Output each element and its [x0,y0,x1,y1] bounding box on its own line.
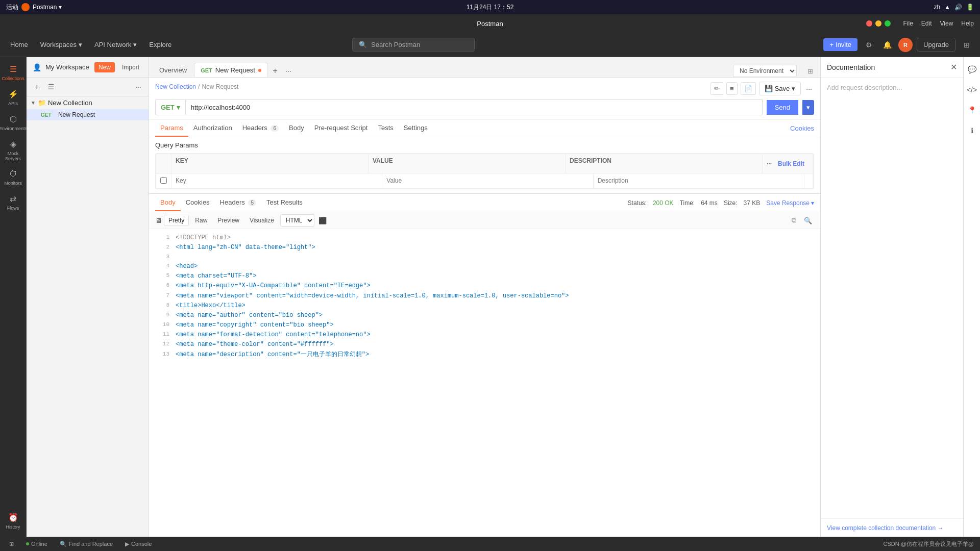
edit-button[interactable]: ✏ [710,82,723,95]
collection-header[interactable]: ▼ 📁 New Collection [27,96,149,109]
description-button[interactable]: ≡ [726,82,738,95]
bulk-edit-button[interactable]: Bulk Edit [774,157,808,170]
tab-body[interactable]: Body [284,120,309,137]
upgrade-button[interactable]: Upgrade [917,38,955,52]
search-placeholder: Search Postman [371,41,420,48]
sidebar-item-history[interactable]: ⏰ History [3,510,23,533]
tab-overview[interactable]: Overview [153,63,193,77]
os-wifi-icon: ▲ [944,4,950,11]
sidebar-item-monitors[interactable]: ⏱ Monitors [3,166,23,189]
params-desc-cell[interactable] [594,174,804,188]
save-icon: 💾 [765,85,773,92]
sidebar-item-apis[interactable]: ⚡ APIs [3,86,23,109]
breadcrumb-collection[interactable]: New Collection [155,83,196,90]
save-button[interactable]: 💾 Save ▾ [759,82,801,95]
panel-icon-location[interactable]: 📍 [964,102,980,118]
layout-toggle[interactable]: ⊞ [6,540,17,548]
tab-headers[interactable]: Headers 6 [237,120,284,137]
right-side-panels: Documentation ✕ Add request description.… [820,57,980,537]
find-replace-btn[interactable]: 🔍 Find and Replace [57,540,116,548]
docs-button[interactable]: 📄 [741,82,756,95]
resp-copy-button[interactable]: ⧉ [788,214,800,227]
sidebar-item-mock-servers[interactable]: ◈ Mock Servers [3,136,23,164]
more-button[interactable]: ··· [804,83,814,95]
url-input[interactable] [185,99,763,115]
param-value-input[interactable] [386,177,589,184]
panel-placeholder: Add request description... [827,84,902,91]
format-raw-btn[interactable]: Raw [191,215,211,226]
panel-icon-info[interactable]: ℹ [964,122,980,139]
nav-api-network[interactable]: API Network ▾ [90,39,141,51]
resp-tab-headers[interactable]: Headers 5 [215,194,261,211]
menu-view[interactable]: View [940,20,953,27]
cookies-link[interactable]: Cookies [790,124,814,132]
resp-tab-body[interactable]: Body [155,194,181,211]
avatar[interactable]: R [898,38,913,52]
nav-explore[interactable]: Explore [145,39,176,51]
window-min-btn[interactable] [875,20,881,27]
console-btn[interactable]: ▶ Console [122,540,155,548]
param-key-input[interactable] [176,177,378,184]
nav-home[interactable]: Home [6,39,32,51]
menu-help[interactable]: Help [961,20,974,27]
menu-file[interactable]: File [903,20,913,27]
os-bar: 活动 Postman ▾ 11月24日 17：52 zh ▲ 🔊 🔋 [0,0,980,14]
mock-servers-label: Mock Servers [5,151,21,161]
code-line: 12 <meta name="theme-color" content="#ff… [155,340,814,349]
tab-tests[interactable]: Tests [373,120,398,137]
send-dropdown-button[interactable]: ▾ [802,100,814,115]
notifications-button[interactable]: 🔔 [880,38,894,52]
sidebar-item-flows[interactable]: ⇄ Flows [3,191,23,214]
window-max-btn[interactable] [885,20,891,27]
panel-icon-code[interactable]: </> [964,82,980,98]
code-content: <meta name="theme-color" content="#fffff… [176,340,334,349]
layout-icon-btn[interactable]: ⊞ [804,65,816,77]
format-visualize-btn[interactable]: Visualize [246,215,278,226]
format-pretty-btn[interactable]: Pretty [164,215,189,226]
environment-dropdown[interactable]: No Environment [733,65,797,77]
add-item-button[interactable]: + [31,81,43,93]
flows-icon: ⇄ [10,194,16,204]
sidebar-item-environments[interactable]: ⬡ Environments [3,111,23,134]
tab-add-button[interactable]: + [269,65,281,77]
tab-request[interactable]: GET New Request [194,63,268,77]
window-close-btn[interactable] [866,20,872,27]
settings-button[interactable]: ⚙ [862,38,876,52]
tab-settings[interactable]: Settings [399,120,433,137]
resp-search-button[interactable]: 🔍 [802,214,814,227]
line-number: 10 [155,320,169,330]
resp-tab-cookies[interactable]: Cookies [181,194,215,211]
send-button[interactable]: Send [767,100,798,115]
tab-more-button[interactable]: ··· [282,65,295,77]
params-checkbox[interactable] [156,174,172,188]
param-desc-input[interactable] [598,177,800,184]
panel-close-button[interactable]: ✕ [950,62,957,72]
request-item[interactable]: GET New Request [27,109,149,120]
list-view-button[interactable]: ☰ [45,81,57,93]
param-checkbox-input[interactable] [160,177,167,184]
expand-icon[interactable]: ⊞ [960,38,974,52]
format-preview-btn[interactable]: Preview [213,215,243,226]
import-button[interactable]: Import [119,62,142,72]
format-type-select[interactable]: HTML [280,214,314,227]
resp-tab-test-results[interactable]: Test Results [261,194,308,211]
sidebar-item-collections[interactable]: ☰ Collections [3,61,23,84]
nav-workspaces[interactable]: Workspaces ▾ [36,39,86,51]
tab-pre-request-script[interactable]: Pre-request Script [309,120,373,137]
method-selector[interactable]: GET ▾ [155,99,185,115]
tab-params[interactable]: Params [155,120,188,137]
tab-authorization[interactable]: Authorization [188,120,237,137]
search-box[interactable]: 🔍 Search Postman [352,38,475,52]
new-button[interactable]: New [94,62,115,72]
view-docs-link[interactable]: View complete collection documentation → [827,524,944,532]
menu-edit[interactable]: Edit [921,20,932,27]
line-number: 6 [155,281,169,290]
sidebar-more-button[interactable]: ··· [132,81,144,93]
params-key-cell[interactable] [172,174,382,188]
request-name: New Request [58,111,95,118]
panel-icon-chat[interactable]: 💬 [964,61,980,78]
save-response-button[interactable]: Save Response ▾ [766,199,814,207]
params-value-cell[interactable] [382,174,593,188]
invite-button[interactable]: + Invite [823,38,857,51]
csdn-link[interactable]: CSDN·@仿在程序员会议见电子羊@ [883,540,974,548]
